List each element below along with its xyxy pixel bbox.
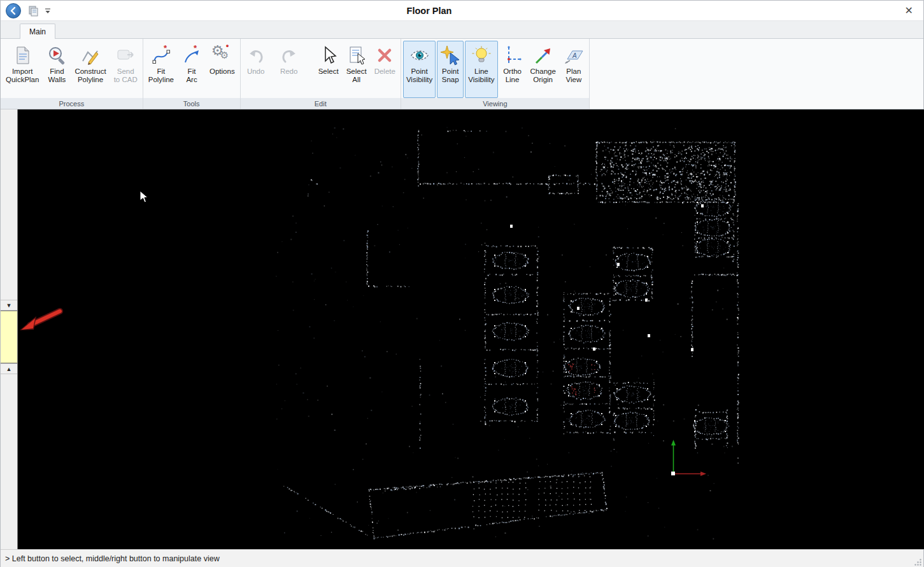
delete-icon — [374, 43, 395, 67]
ribbon-button-construct-polyline[interactable]: Construct Polyline — [71, 41, 109, 98]
panel-highlight-strip[interactable] — [1, 311, 17, 363]
ribbon-button-plan-view[interactable]: A Plan View — [560, 41, 587, 98]
ribbon-button-ortho-line[interactable]: Ortho Line — [499, 41, 526, 98]
ribbon-button-redo: Redo — [276, 41, 302, 98]
ribbon-button-fit-polyline[interactable]: * Fit Polyline — [145, 41, 177, 98]
main-area: ▼ ▲ — [1, 109, 923, 549]
fit-polyline-icon: * — [151, 43, 171, 67]
button-label: Origin — [533, 76, 553, 84]
button-label: Send — [117, 67, 134, 76]
ribbon-button-select[interactable]: Select — [315, 41, 342, 98]
left-panel-spacer — [1, 109, 17, 300]
left-panel-strip: ▼ ▲ — [1, 109, 18, 549]
button-label: All — [352, 76, 360, 84]
button-label: Change — [530, 67, 556, 76]
ribbon-button-send-to-cad: Send to CAD — [111, 41, 141, 98]
ribbon-button-undo: Undo — [243, 41, 269, 98]
button-label: Arc — [186, 76, 197, 84]
point-cloud-canvas[interactable] — [18, 109, 924, 549]
button-label: Select — [318, 67, 339, 76]
panel-scroll-up-button[interactable]: ▲ — [1, 363, 17, 374]
button-label: Redo — [280, 67, 298, 76]
status-bar: > Left button to select, middle/right bu… — [1, 549, 923, 567]
point-visibility-eye-icon — [409, 43, 430, 67]
group-label-tools: Tools — [143, 98, 240, 109]
button-label: QuickPlan — [6, 76, 39, 84]
group-label-process: Process — [1, 98, 143, 109]
resize-grip[interactable] — [914, 558, 922, 566]
fit-arc-icon: * — [181, 43, 202, 67]
ribbon-button-change-origin[interactable]: Change Origin — [527, 41, 559, 98]
button-label: Import — [12, 67, 33, 76]
import-quickplan-icon — [12, 43, 32, 67]
ribbon-button-point-visibility[interactable]: Point Visibility — [403, 41, 436, 98]
line-visibility-bulb-icon — [471, 43, 492, 67]
ribbon-button-select-all[interactable]: Select All — [343, 41, 370, 98]
button-label: Walls — [48, 76, 66, 84]
ribbon-button-point-snap[interactable]: Point Snap — [437, 41, 464, 98]
button-label: Point — [442, 67, 458, 76]
construct-polyline-icon — [80, 43, 101, 67]
ribbon-button-options[interactable]: ⚙⚙• Options — [206, 41, 238, 98]
button-label: Polyline — [148, 76, 174, 84]
button-label: Visibility — [468, 76, 494, 84]
back-button[interactable] — [6, 3, 21, 18]
ribbon-group-edit: Undo Redo — [241, 39, 401, 109]
close-button[interactable]: ✕ — [905, 4, 913, 17]
find-walls-icon — [46, 43, 67, 67]
point-cloud-viewport[interactable] — [18, 109, 924, 549]
ribbon-button-delete: Delete — [371, 41, 399, 98]
window-title: Floor Plan — [407, 6, 452, 16]
ribbon-empty-area — [590, 39, 923, 109]
button-label: Construct — [75, 67, 106, 76]
tab-main[interactable]: Main — [20, 24, 55, 39]
ribbon-button-fit-arc[interactable]: * Fit Arc — [178, 41, 205, 98]
ribbon-tab-strip: Main — [1, 21, 923, 39]
undo-icon — [246, 43, 266, 67]
ribbon-group-tools: * Fit Polyline * Fit Arc — [143, 39, 241, 109]
button-label: View — [565, 76, 581, 84]
button-label: Find — [50, 67, 64, 76]
button-label: to CAD — [114, 76, 138, 84]
button-label: Line — [474, 67, 488, 76]
button-label: Polyline — [78, 76, 103, 84]
panel-scroll-down-button[interactable]: ▼ — [1, 300, 17, 311]
button-label: Snap — [442, 76, 459, 84]
point-snap-icon — [440, 43, 460, 67]
back-arrow-icon — [9, 6, 18, 15]
button-label: Fit — [157, 67, 165, 76]
ribbon-group-viewing: Point Visibility Point Snap — [401, 39, 590, 109]
button-label: Select — [346, 67, 367, 76]
button-label: Plan — [566, 67, 581, 76]
button-label: Options — [210, 67, 235, 76]
title-bar: Floor Plan ✕ — [1, 1, 923, 21]
tab-main-label: Main — [29, 27, 46, 36]
group-label-viewing: Viewing — [401, 98, 589, 109]
button-label: Line — [506, 76, 520, 84]
plan-view-icon: A — [564, 43, 584, 67]
left-panel-spacer — [1, 374, 17, 549]
ribbon-button-line-visibility[interactable]: Line Visibility — [465, 41, 497, 98]
options-gears-icon: ⚙⚙• — [211, 43, 233, 67]
change-origin-icon — [533, 43, 553, 67]
button-label: Point — [411, 67, 427, 76]
button-label: Delete — [374, 67, 395, 76]
application-window: Floor Plan ✕ Main — [0, 0, 924, 567]
ribbon-group-process: Import QuickPlan Find Walls — [1, 39, 143, 109]
quick-access-save-icon[interactable] — [27, 5, 39, 17]
ribbon-button-find-walls[interactable]: Find Walls — [43, 41, 70, 98]
ribbon-button-import-quickplan[interactable]: Import QuickPlan — [3, 41, 42, 98]
svg-text:A: A — [572, 52, 577, 59]
select-all-icon — [346, 43, 367, 67]
button-label: Ortho — [503, 67, 522, 76]
group-label-edit: Edit — [241, 98, 401, 109]
select-cursor-icon — [318, 43, 339, 67]
status-message: > Left button to select, middle/right bu… — [5, 554, 220, 563]
ribbon: Import QuickPlan Find Walls — [1, 39, 923, 109]
redo-icon — [279, 43, 299, 67]
button-label: Visibility — [406, 76, 432, 84]
quick-access-dropdown-icon[interactable] — [44, 7, 52, 15]
send-to-cad-icon — [115, 43, 136, 67]
button-label: Fit — [188, 67, 196, 76]
button-label: Undo — [247, 67, 265, 76]
